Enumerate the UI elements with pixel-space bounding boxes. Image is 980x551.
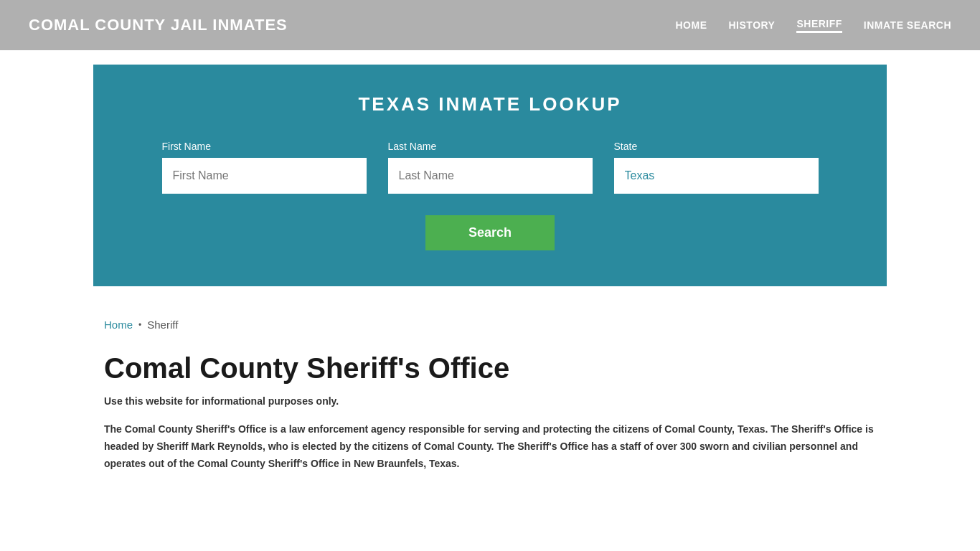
- disclaimer: Use this website for informational purpo…: [104, 395, 876, 407]
- page-heading: Comal County Sheriff's Office: [104, 352, 876, 385]
- last-name-group: Last Name: [388, 141, 593, 194]
- nav-home[interactable]: HOME: [676, 19, 707, 31]
- search-form: First Name Last Name State Search: [108, 141, 872, 250]
- main-content: Comal County Sheriff's Office Use this w…: [0, 338, 980, 501]
- state-group: State: [614, 141, 819, 194]
- header: COMAL COUNTY JAIL INMATES HOME HISTORY S…: [0, 0, 980, 50]
- search-title: TEXAS INMATE LOOKUP: [108, 93, 872, 116]
- first-name-label: First Name: [162, 141, 367, 152]
- site-title: COMAL COUNTY JAIL INMATES: [29, 16, 288, 34]
- breadcrumb: Home • Sheriff: [0, 301, 980, 338]
- last-name-label: Last Name: [388, 141, 593, 152]
- navigation: HOME HISTORY SHERIFF INMATE SEARCH: [676, 18, 952, 33]
- breadcrumb-separator: •: [138, 320, 141, 330]
- state-input[interactable]: [614, 158, 819, 194]
- form-row: First Name Last Name State: [108, 141, 872, 194]
- nav-inmate-search[interactable]: INMATE SEARCH: [864, 19, 951, 31]
- first-name-group: First Name: [162, 141, 367, 194]
- first-name-input[interactable]: [162, 158, 367, 194]
- breadcrumb-home[interactable]: Home: [104, 319, 133, 331]
- nav-sheriff[interactable]: SHERIFF: [796, 18, 842, 33]
- search-section: TEXAS INMATE LOOKUP First Name Last Name…: [93, 65, 887, 286]
- breadcrumb-current: Sheriff: [147, 319, 178, 331]
- state-label: State: [614, 141, 819, 152]
- description: The Comal County Sheriff's Office is a l…: [104, 421, 876, 472]
- last-name-input[interactable]: [388, 158, 593, 194]
- search-button[interactable]: Search: [425, 215, 555, 250]
- nav-history[interactable]: HISTORY: [729, 19, 776, 31]
